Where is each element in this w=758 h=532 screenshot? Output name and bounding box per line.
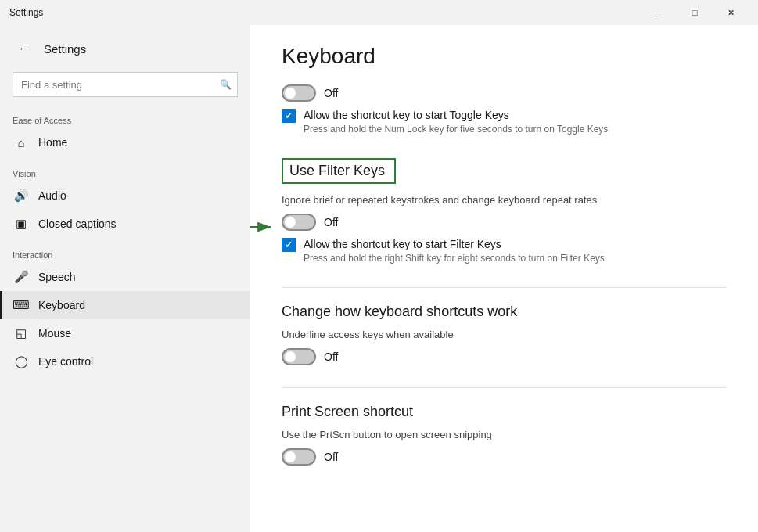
shortcuts-title: Change how keyboard shortcuts work xyxy=(282,304,727,320)
sidebar-label-closed-captions: Closed captions xyxy=(38,217,117,230)
keyboard-icon: ⌨ xyxy=(15,299,27,311)
sidebar-section-vision: Vision xyxy=(0,156,250,182)
print-screen-off-label: Off xyxy=(324,451,338,463)
title-bar-title: Settings xyxy=(9,7,641,18)
search-box: 🔍 xyxy=(13,72,238,97)
toggle-keys-checkbox-label: Allow the shortcut key to start Toggle K… xyxy=(304,108,608,122)
closed-captions-icon: ▣ xyxy=(15,217,27,230)
sidebar-item-eye-control[interactable]: ◯ Eye control xyxy=(0,347,250,376)
maximize-button[interactable]: □ xyxy=(677,0,713,25)
divider-1 xyxy=(282,287,727,288)
search-input[interactable] xyxy=(13,72,238,97)
toggle-keys-checkbox[interactable] xyxy=(282,109,296,123)
green-arrow-icon xyxy=(250,214,278,232)
content-area: Keyboard Off Allow the shortcut key to s… xyxy=(250,25,758,532)
sidebar-label-mouse: Mouse xyxy=(38,327,71,340)
arrow-annotation: Off xyxy=(282,214,727,231)
filter-keys-checkbox-label: Allow the shortcut key to start Filter K… xyxy=(304,237,605,251)
divider-2 xyxy=(282,387,727,388)
toggle-keys-toggle-row: Off xyxy=(282,84,727,102)
search-icon: 🔍 xyxy=(220,79,232,90)
sidebar-section-ease-of-access: Ease of Access xyxy=(0,103,250,128)
filter-keys-checkbox-row: Allow the shortcut key to start Filter K… xyxy=(282,237,727,265)
sidebar-label-home: Home xyxy=(38,136,67,149)
shortcuts-off-label: Off xyxy=(324,350,338,363)
print-screen-description: Use the PrtScn button to open screen sni… xyxy=(282,428,688,442)
section-shortcuts: Change how keyboard shortcuts work Under… xyxy=(282,304,727,365)
filter-keys-toggle[interactable] xyxy=(282,214,316,231)
sidebar-item-audio[interactable]: 🔊 Audio xyxy=(0,182,250,210)
sidebar-nav-top: ← Settings xyxy=(0,31,250,66)
shortcuts-toggle-row: Off xyxy=(282,348,727,365)
print-screen-toggle[interactable] xyxy=(282,448,316,466)
filter-keys-off-label: Off xyxy=(324,216,338,228)
home-icon: ⌂ xyxy=(15,136,27,149)
mouse-icon: ◱ xyxy=(15,327,27,340)
title-bar-controls: ─ □ ✕ xyxy=(641,0,749,25)
filter-keys-checkbox-text: Allow the shortcut key to start Filter K… xyxy=(304,237,605,265)
print-screen-toggle-row: Off xyxy=(282,448,727,466)
section-print-screen: Print Screen shortcut Use the PrtScn but… xyxy=(282,404,727,466)
sidebar-label-eye-control: Eye control xyxy=(38,355,93,368)
shortcuts-toggle[interactable] xyxy=(282,348,316,365)
toggle-keys-checkbox-row: Allow the shortcut key to start Toggle K… xyxy=(282,108,727,136)
sidebar-item-mouse[interactable]: ◱ Mouse xyxy=(0,319,250,347)
back-button[interactable]: ← xyxy=(13,38,34,59)
toggle-keys-toggle[interactable] xyxy=(282,84,316,102)
sidebar-label-audio: Audio xyxy=(38,189,66,202)
speech-icon: 🎤 xyxy=(15,271,27,283)
filter-keys-title: Use Filter Keys xyxy=(289,163,385,178)
toggle-keys-checkbox-text: Allow the shortcut key to start Toggle K… xyxy=(304,108,608,136)
minimize-button[interactable]: ─ xyxy=(641,0,677,25)
filter-keys-title-box: Use Filter Keys xyxy=(282,158,396,184)
filter-keys-toggle-row: Off xyxy=(282,214,727,231)
toggle-keys-off-label: Off xyxy=(324,87,338,99)
audio-icon: 🔊 xyxy=(15,189,27,202)
section-filter-keys: Use Filter Keys Ignore brief or repeated… xyxy=(282,158,727,265)
sidebar-item-keyboard[interactable]: ⌨ Keyboard xyxy=(0,291,250,319)
app-container: ← Settings 🔍 Ease of Access ⌂ Home Visio… xyxy=(0,25,758,532)
sidebar-item-home[interactable]: ⌂ Home xyxy=(0,128,250,156)
toggle-keys-checkbox-sub: Press and hold the Num Lock key for five… xyxy=(304,124,608,136)
sidebar-label-keyboard: Keyboard xyxy=(38,299,85,311)
close-button[interactable]: ✕ xyxy=(713,0,749,25)
section-toggle-keys: Off Allow the shortcut key to start Togg… xyxy=(282,84,727,136)
sidebar-item-speech[interactable]: 🎤 Speech xyxy=(0,263,250,291)
shortcuts-description: Underline access keys when available xyxy=(282,328,688,342)
filter-keys-description: Ignore brief or repeated keystrokes and … xyxy=(282,193,688,207)
title-bar: Settings ─ □ ✕ xyxy=(0,0,758,25)
print-screen-title: Print Screen shortcut xyxy=(282,404,727,420)
eye-control-icon: ◯ xyxy=(15,355,27,368)
filter-keys-checkbox-sub: Press and hold the right Shift key for e… xyxy=(304,253,605,265)
page-title: Keyboard xyxy=(282,44,727,69)
sidebar-section-interaction: Interaction xyxy=(0,238,250,263)
sidebar-item-closed-captions[interactable]: ▣ Closed captions xyxy=(0,210,250,238)
filter-keys-checkbox[interactable] xyxy=(282,238,296,252)
sidebar: ← Settings 🔍 Ease of Access ⌂ Home Visio… xyxy=(0,25,250,532)
sidebar-app-title: Settings xyxy=(44,42,86,56)
sidebar-label-speech: Speech xyxy=(38,271,75,283)
